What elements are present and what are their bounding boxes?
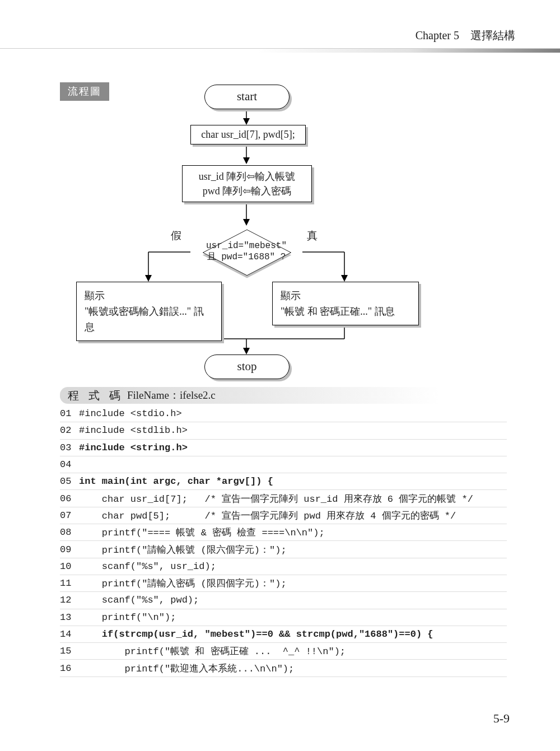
line-number: 12 [60, 595, 79, 605]
line-number: 10 [60, 561, 79, 572]
code-line: 07 char pwd[5]; /* 宣告一個字元陣列 pwd 用來存放 4 個… [60, 507, 507, 524]
code-line: 09 printf("請輸入帳號 (限六個字元)："); [60, 541, 507, 558]
chapter-title: 選擇結構 [470, 29, 515, 41]
flow-false-line1: 顯示 [85, 288, 213, 304]
code-listing: 01#include <stdio.h>02#include <stdlib.h… [60, 405, 507, 677]
flow-input-line2: pwd 陣列⇦輸入密碼 [188, 184, 306, 198]
code-line: 11 printf("請輸入密碼 (限四個字元)："); [60, 575, 507, 592]
flow-stop: stop [204, 354, 290, 379]
line-number: 02 [60, 425, 79, 436]
flow-false-box: 顯示 "帳號或密碼輸入錯誤..." 訊息 [76, 282, 222, 341]
code-line: 14 if(strcmp(usr_id, "mebest")==0 && str… [60, 626, 507, 643]
page-header: Chapter 5 選擇結構 [416, 28, 515, 43]
line-number: 07 [60, 510, 79, 521]
line-number: 16 [60, 663, 79, 674]
flow-true-line2: "帳號 和 密碼正確..." 訊息 [281, 304, 410, 319]
code-label: 程 式 碼 [68, 388, 124, 403]
line-number: 13 [60, 612, 79, 623]
code-text: #include <stdio.h> [79, 408, 182, 419]
code-text: char pwd[5]; /* 宣告一個字元陣列 pwd 用來存放 4 個字元的… [79, 509, 456, 522]
code-filename: FileName：ifelse2.c [127, 388, 216, 403]
flow-cond-line2: 且 pwd="1688" ? [182, 251, 311, 263]
code-line: 02#include <stdlib.h> [60, 422, 507, 439]
line-number: 08 [60, 527, 79, 538]
code-text: scanf("%s", pwd); [79, 595, 199, 605]
code-text: printf("==== 帳號 & 密碼 檢查 ====\n\n"); [79, 526, 325, 539]
flow-declaration: char usr_id[7], pwd[5]; [190, 125, 306, 144]
code-text: int main(int argc, char *argv[]) { [79, 476, 273, 487]
code-text: printf("帳號 和 密碼正確 ... ^_^ !!\n"); [79, 645, 346, 657]
code-line: 05int main(int argc, char *argv[]) { [60, 473, 507, 490]
code-text: if(strcmp(usr_id, "mebest")==0 && strcmp… [79, 629, 433, 640]
flow-input-line1: usr_id 陣列⇦輸入帳號 [188, 169, 306, 184]
line-number: 14 [60, 629, 79, 640]
chapter-number: Chapter 5 [416, 29, 459, 41]
line-number: 05 [60, 476, 79, 487]
line-number: 15 [60, 646, 79, 656]
flow-false-line2: "帳號或密碼輸入錯誤..." 訊息 [85, 304, 213, 335]
flow-decision: usr_id="mebest" 且 pwd="1688" ? [182, 221, 311, 283]
flow-true-line1: 顯示 [281, 288, 410, 304]
code-header: 程 式 碼 FileName：ifelse2.c [60, 387, 507, 404]
header-gradient [258, 49, 560, 53]
code-text: scanf("%s", usr_id); [79, 561, 216, 572]
code-line: 06 char usr_id[7]; /* 宣告一個字元陣列 usr_id 用來… [60, 490, 507, 507]
code-text: char usr_id[7]; /* 宣告一個字元陣列 usr_id 用來存放 … [79, 492, 473, 505]
code-line: 03#include <string.h> [60, 440, 507, 456]
line-number: 11 [60, 578, 79, 589]
line-number: 03 [60, 442, 79, 453]
code-text: printf("歡迎進入本系統...\n\n"); [79, 662, 294, 675]
flow-start: start [204, 85, 290, 109]
code-line: 15 printf("帳號 和 密碼正確 ... ^_^ !!\n"); [60, 643, 507, 660]
code-text: #include <string.h> [79, 442, 188, 453]
code-line: 13 printf("\n"); [60, 609, 507, 626]
line-number: 04 [60, 459, 79, 470]
flow-true-box: 顯示 "帳號 和 密碼正確..." 訊息 [272, 282, 419, 325]
flowchart: start char usr_id[7], pwd[5]; usr_id 陣列⇦… [73, 81, 498, 378]
code-text: printf("請輸入密碼 (限四個字元)："); [79, 577, 287, 590]
flow-input: usr_id 陣列⇦輸入帳號 pwd 陣列⇦輸入密碼 [182, 165, 312, 202]
flow-cond-line1: usr_id="mebest" [182, 240, 311, 251]
code-line: 12 scanf("%s", pwd); [60, 592, 507, 609]
code-text: #include <stdlib.h> [79, 425, 188, 436]
page-number: 5-9 [493, 711, 510, 726]
code-line: 10 scanf("%s", usr_id); [60, 558, 507, 575]
line-number: 06 [60, 493, 79, 504]
line-number: 01 [60, 408, 79, 419]
code-text: printf("請輸入帳號 (限六個字元)："); [79, 543, 287, 556]
line-number: 09 [60, 544, 79, 555]
flow-false-label: 假 [171, 228, 181, 243]
code-line: 16 printf("歡迎進入本系統...\n\n"); [60, 660, 507, 677]
code-line: 08 printf("==== 帳號 & 密碼 檢查 ====\n\n"); [60, 524, 507, 541]
code-line: 01#include <stdio.h> [60, 405, 507, 422]
code-text: printf("\n"); [79, 612, 176, 623]
code-line: 04 [60, 456, 507, 473]
